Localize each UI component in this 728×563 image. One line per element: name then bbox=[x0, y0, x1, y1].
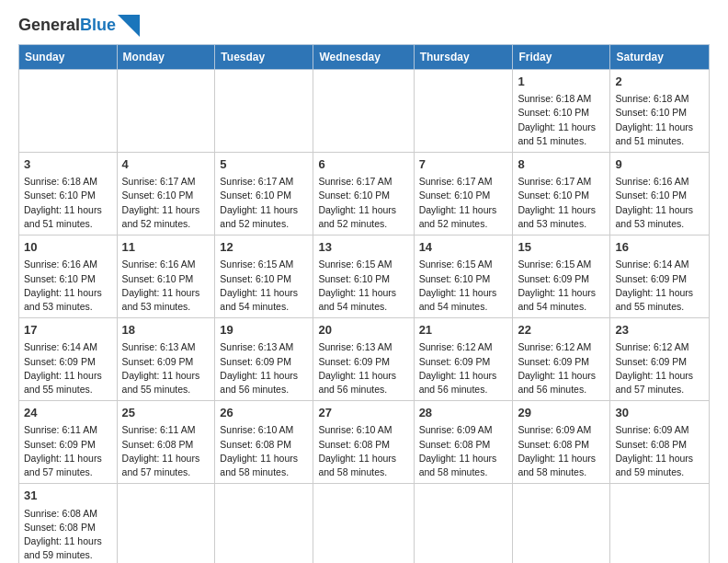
day-info: Sunrise: 6:12 AM Sunset: 6:09 PM Dayligh… bbox=[419, 340, 508, 396]
calendar-cell: 5Sunrise: 6:17 AM Sunset: 6:10 PM Daylig… bbox=[215, 153, 313, 236]
page-header: GeneralBlue bbox=[18, 15, 710, 37]
day-number: 18 bbox=[122, 322, 210, 339]
day-info: Sunrise: 6:16 AM Sunset: 6:10 PM Dayligh… bbox=[24, 258, 112, 314]
day-number: 30 bbox=[615, 405, 704, 421]
calendar-cell: 14Sunrise: 6:15 AM Sunset: 6:10 PM Dayli… bbox=[414, 236, 513, 318]
day-info: Sunrise: 6:15 AM Sunset: 6:09 PM Dayligh… bbox=[518, 258, 605, 314]
calendar-cell bbox=[117, 70, 215, 153]
day-number: 21 bbox=[419, 322, 508, 339]
day-number: 22 bbox=[518, 322, 605, 339]
logo-icon bbox=[118, 15, 140, 37]
calendar-cell: 3Sunrise: 6:18 AM Sunset: 6:10 PM Daylig… bbox=[19, 153, 118, 236]
day-info: Sunrise: 6:09 AM Sunset: 6:08 PM Dayligh… bbox=[419, 423, 508, 479]
day-number: 27 bbox=[318, 405, 408, 421]
calendar-cell bbox=[313, 484, 414, 563]
day-info: Sunrise: 6:17 AM Sunset: 6:10 PM Dayligh… bbox=[419, 175, 508, 231]
calendar-cell bbox=[414, 70, 513, 153]
calendar-cell bbox=[414, 484, 513, 563]
calendar-cell: 10Sunrise: 6:16 AM Sunset: 6:10 PM Dayli… bbox=[19, 236, 118, 318]
calendar-cell bbox=[513, 484, 610, 563]
calendar-cell bbox=[313, 70, 414, 153]
day-info: Sunrise: 6:18 AM Sunset: 6:10 PM Dayligh… bbox=[518, 92, 605, 148]
day-number: 24 bbox=[24, 405, 112, 421]
weekday-header-wednesday: Wednesday bbox=[313, 45, 414, 70]
calendar-week-row: 31Sunrise: 6:08 AM Sunset: 6:08 PM Dayli… bbox=[19, 484, 710, 563]
calendar-week-row: 24Sunrise: 6:11 AM Sunset: 6:09 PM Dayli… bbox=[19, 401, 710, 484]
day-number: 25 bbox=[122, 405, 210, 421]
day-info: Sunrise: 6:17 AM Sunset: 6:10 PM Dayligh… bbox=[220, 175, 308, 231]
day-number: 10 bbox=[24, 239, 112, 256]
day-number: 31 bbox=[24, 488, 112, 504]
day-number: 14 bbox=[419, 239, 508, 256]
calendar-cell: 22Sunrise: 6:12 AM Sunset: 6:09 PM Dayli… bbox=[513, 318, 610, 401]
day-number: 17 bbox=[24, 322, 112, 339]
calendar-cell: 7Sunrise: 6:17 AM Sunset: 6:10 PM Daylig… bbox=[414, 153, 513, 236]
calendar-cell: 11Sunrise: 6:16 AM Sunset: 6:10 PM Dayli… bbox=[117, 236, 215, 318]
calendar-cell bbox=[19, 70, 118, 153]
day-info: Sunrise: 6:11 AM Sunset: 6:08 PM Dayligh… bbox=[122, 423, 210, 479]
calendar-cell: 20Sunrise: 6:13 AM Sunset: 6:09 PM Dayli… bbox=[313, 318, 414, 401]
calendar-cell: 23Sunrise: 6:12 AM Sunset: 6:09 PM Dayli… bbox=[610, 318, 710, 401]
day-info: Sunrise: 6:15 AM Sunset: 6:10 PM Dayligh… bbox=[318, 258, 408, 314]
calendar-cell: 9Sunrise: 6:16 AM Sunset: 6:10 PM Daylig… bbox=[610, 153, 710, 236]
weekday-header-friday: Friday bbox=[513, 45, 610, 70]
calendar-cell bbox=[215, 70, 313, 153]
calendar-cell: 4Sunrise: 6:17 AM Sunset: 6:10 PM Daylig… bbox=[117, 153, 215, 236]
day-number: 6 bbox=[318, 156, 408, 173]
day-number: 15 bbox=[518, 239, 605, 256]
day-number: 12 bbox=[220, 239, 308, 256]
calendar-week-row: 1Sunrise: 6:18 AM Sunset: 6:10 PM Daylig… bbox=[19, 70, 710, 153]
calendar-cell: 8Sunrise: 6:17 AM Sunset: 6:10 PM Daylig… bbox=[513, 153, 610, 236]
day-info: Sunrise: 6:11 AM Sunset: 6:09 PM Dayligh… bbox=[24, 423, 112, 479]
calendar-cell: 25Sunrise: 6:11 AM Sunset: 6:08 PM Dayli… bbox=[117, 401, 215, 484]
day-number: 1 bbox=[518, 74, 605, 90]
day-info: Sunrise: 6:09 AM Sunset: 6:08 PM Dayligh… bbox=[518, 423, 605, 479]
calendar-cell: 13Sunrise: 6:15 AM Sunset: 6:10 PM Dayli… bbox=[313, 236, 414, 318]
calendar-cell: 26Sunrise: 6:10 AM Sunset: 6:08 PM Dayli… bbox=[215, 401, 313, 484]
day-number: 3 bbox=[24, 156, 112, 173]
day-info: Sunrise: 6:12 AM Sunset: 6:09 PM Dayligh… bbox=[615, 340, 704, 396]
weekday-header-sunday: Sunday bbox=[19, 45, 118, 70]
day-info: Sunrise: 6:10 AM Sunset: 6:08 PM Dayligh… bbox=[220, 423, 308, 479]
day-number: 16 bbox=[615, 239, 704, 256]
day-info: Sunrise: 6:13 AM Sunset: 6:09 PM Dayligh… bbox=[318, 340, 408, 396]
calendar-cell: 17Sunrise: 6:14 AM Sunset: 6:09 PM Dayli… bbox=[19, 318, 118, 401]
day-info: Sunrise: 6:14 AM Sunset: 6:09 PM Dayligh… bbox=[615, 258, 704, 314]
day-number: 23 bbox=[615, 322, 704, 339]
day-number: 20 bbox=[318, 322, 408, 339]
calendar-week-row: 3Sunrise: 6:18 AM Sunset: 6:10 PM Daylig… bbox=[19, 153, 710, 236]
day-number: 28 bbox=[419, 405, 508, 421]
calendar-cell: 16Sunrise: 6:14 AM Sunset: 6:09 PM Dayli… bbox=[610, 236, 710, 318]
weekday-header-saturday: Saturday bbox=[610, 45, 710, 70]
calendar-table: SundayMondayTuesdayWednesdayThursdayFrid… bbox=[18, 44, 710, 563]
day-info: Sunrise: 6:16 AM Sunset: 6:10 PM Dayligh… bbox=[615, 175, 704, 231]
svg-marker-0 bbox=[118, 15, 140, 37]
weekday-header-tuesday: Tuesday bbox=[215, 45, 313, 70]
calendar-cell: 2Sunrise: 6:18 AM Sunset: 6:10 PM Daylig… bbox=[610, 70, 710, 153]
day-info: Sunrise: 6:13 AM Sunset: 6:09 PM Dayligh… bbox=[220, 340, 308, 396]
day-number: 13 bbox=[318, 239, 408, 256]
day-number: 8 bbox=[518, 156, 605, 173]
calendar-cell: 12Sunrise: 6:15 AM Sunset: 6:10 PM Dayli… bbox=[215, 236, 313, 318]
day-number: 26 bbox=[220, 405, 308, 421]
weekday-header-thursday: Thursday bbox=[414, 45, 513, 70]
calendar-cell: 31Sunrise: 6:08 AM Sunset: 6:08 PM Dayli… bbox=[19, 484, 118, 563]
day-number: 9 bbox=[615, 156, 704, 173]
calendar-cell: 1Sunrise: 6:18 AM Sunset: 6:10 PM Daylig… bbox=[513, 70, 610, 153]
day-info: Sunrise: 6:16 AM Sunset: 6:10 PM Dayligh… bbox=[122, 258, 210, 314]
day-number: 19 bbox=[220, 322, 308, 339]
day-number: 29 bbox=[518, 405, 605, 421]
day-number: 4 bbox=[122, 156, 210, 173]
calendar-cell bbox=[215, 484, 313, 563]
day-info: Sunrise: 6:17 AM Sunset: 6:10 PM Dayligh… bbox=[518, 175, 605, 231]
day-info: Sunrise: 6:13 AM Sunset: 6:09 PM Dayligh… bbox=[122, 340, 210, 396]
day-number: 5 bbox=[220, 156, 308, 173]
calendar-cell: 27Sunrise: 6:10 AM Sunset: 6:08 PM Dayli… bbox=[313, 401, 414, 484]
day-info: Sunrise: 6:09 AM Sunset: 6:08 PM Dayligh… bbox=[615, 423, 704, 479]
day-number: 7 bbox=[419, 156, 508, 173]
logo-area: GeneralBlue bbox=[18, 15, 140, 37]
weekday-header-row: SundayMondayTuesdayWednesdayThursdayFrid… bbox=[19, 45, 710, 70]
calendar-week-row: 10Sunrise: 6:16 AM Sunset: 6:10 PM Dayli… bbox=[19, 236, 710, 318]
day-info: Sunrise: 6:15 AM Sunset: 6:10 PM Dayligh… bbox=[220, 258, 308, 314]
day-number: 11 bbox=[122, 239, 210, 256]
